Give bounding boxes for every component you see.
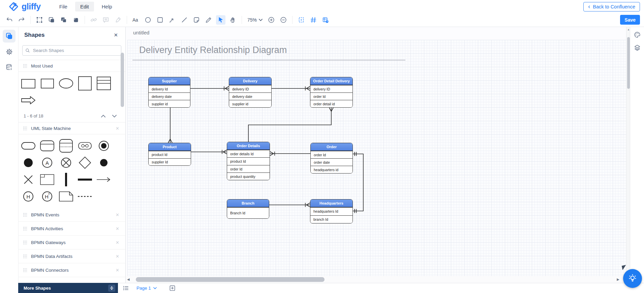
- shape-initial-state[interactable]: [20, 155, 36, 171]
- show-grid-icon[interactable]: [309, 15, 318, 25]
- shape-search[interactable]: [22, 45, 121, 56]
- rectangle-tool[interactable]: [155, 15, 165, 25]
- shape-action-state[interactable]: A: [39, 155, 55, 171]
- close-icon[interactable]: ✕: [112, 31, 119, 39]
- shape-concurrent-state[interactable]: [77, 138, 93, 154]
- save-button[interactable]: Save: [620, 15, 640, 25]
- shape-join-bar-horizontal[interactable]: [77, 171, 93, 188]
- section-uml-state-machine[interactable]: UML State Machine ✕: [18, 122, 125, 134]
- shape-join-bar-vertical[interactable]: [58, 171, 74, 188]
- paste-icon[interactable]: [59, 15, 68, 25]
- document-name[interactable]: untitled: [133, 30, 149, 35]
- shape-shallow-history[interactable]: H: [20, 188, 36, 205]
- close-icon[interactable]: ✕: [114, 125, 121, 132]
- gliffy-logo[interactable]: gliffy: [8, 1, 41, 12]
- help-tips-button[interactable]: [623, 269, 642, 288]
- shape-exit-point[interactable]: [58, 155, 74, 171]
- shape-cross[interactable]: [20, 171, 36, 188]
- shape-rectangle[interactable]: [39, 75, 55, 91]
- shape-category-bpmn-activities[interactable]: BPMN Activities✕: [18, 222, 125, 236]
- scroll-left-arrow[interactable]: ◀: [127, 277, 130, 281]
- more-shapes-button[interactable]: More Shapes: [18, 283, 118, 293]
- shape-final-state[interactable]: [96, 138, 112, 154]
- ellipse-tool[interactable]: [143, 15, 153, 25]
- diagram-canvas[interactable]: untitled Delivery Entity Relationship Di…: [126, 27, 626, 276]
- import-data-toggle[interactable]: [3, 61, 16, 74]
- entity-delivery[interactable]: Deliverydelivery IDdelivery datesupplier…: [229, 77, 272, 108]
- back-to-confluence-button[interactable]: ‹ Back to Confluence: [583, 2, 640, 11]
- close-icon[interactable]: ✕: [114, 239, 121, 246]
- shape-deep-history[interactable]: H*: [39, 188, 55, 205]
- shape-category-bpmn-connectors[interactable]: BPMN Connectors✕: [18, 263, 125, 277]
- shape-square-tall[interactable]: [77, 75, 93, 91]
- shape-state-with-title[interactable]: [39, 138, 55, 154]
- shape-ellipse[interactable]: [58, 75, 74, 91]
- shape-block-arrow[interactable]: [20, 92, 36, 108]
- shape-dashed-line[interactable]: [77, 188, 93, 205]
- close-icon[interactable]: ✕: [114, 225, 121, 232]
- close-icon[interactable]: ✕: [114, 212, 121, 218]
- copy-icon[interactable]: [47, 15, 56, 25]
- page-select[interactable]: Page 1: [136, 286, 157, 291]
- close-icon[interactable]: ✕: [114, 253, 121, 260]
- shape-state-compartments[interactable]: [58, 138, 74, 154]
- layers-button[interactable]: [632, 43, 642, 53]
- theme-palette-button[interactable]: [632, 30, 642, 40]
- menu-file[interactable]: File: [54, 2, 72, 11]
- duplicate-icon[interactable]: [71, 15, 81, 25]
- shape-category-bpmn-data-artifacts[interactable]: BPMN Data Artifacts✕: [18, 249, 125, 263]
- settings-panel-toggle[interactable]: [3, 45, 16, 58]
- horizontal-scrollbar[interactable]: ◀ ▶: [126, 276, 626, 283]
- entity-order-detail-delivery[interactable]: Order Detail Deliverydelivery IDorder Id…: [310, 77, 353, 108]
- shape-choice-diamond[interactable]: [77, 155, 93, 171]
- entity-supplier[interactable]: Supplierdelivery Iddelivery datesupplier…: [148, 77, 190, 108]
- page-down-chevron-icon[interactable]: [109, 112, 120, 119]
- undo-button[interactable]: [5, 15, 14, 25]
- entity-product[interactable]: Productproduct Idsupplier Id: [148, 143, 191, 166]
- entity-headquarters[interactable]: Headquartersheadquarters Idbranch Id: [310, 199, 353, 223]
- panel-scrollbar[interactable]: [121, 53, 124, 107]
- shape-state[interactable]: [20, 138, 36, 154]
- menu-edit[interactable]: Edit: [75, 2, 94, 11]
- diagram-title-text[interactable]: Delivery Entity Relationship Diagram: [139, 45, 287, 55]
- snap-to-shapes-icon[interactable]: [321, 15, 330, 25]
- shape-rectangle-wide[interactable]: [20, 75, 36, 91]
- snap-to-grid-icon[interactable]: [297, 15, 306, 25]
- horizontal-scroll-thumb[interactable]: [136, 277, 325, 282]
- zoom-level-select[interactable]: 75%: [247, 17, 263, 23]
- text-tool[interactable]: Aa: [131, 15, 141, 25]
- line-tool[interactable]: [180, 15, 189, 25]
- note-tool[interactable]: [192, 15, 201, 25]
- scroll-right-arrow[interactable]: ▶: [617, 277, 619, 281]
- shape-category-bpmn-events[interactable]: BPMN Events✕: [18, 208, 125, 222]
- entity-branch[interactable]: BranchBranch Id: [227, 199, 269, 219]
- group-select-icon[interactable]: [35, 15, 44, 25]
- shape-category-bpmn-gateways[interactable]: BPMN Gateways✕: [18, 236, 125, 249]
- vertical-scroll-thumb[interactable]: [627, 37, 630, 89]
- menu-help[interactable]: Help: [97, 2, 117, 11]
- pointer-tool[interactable]: [216, 15, 225, 25]
- page-list-icon[interactable]: [123, 285, 129, 291]
- pencil-tool[interactable]: [204, 15, 213, 25]
- entity-order[interactable]: Orderorder Idorder dateheadquarters id: [310, 143, 353, 174]
- zoom-in-button[interactable]: [267, 15, 276, 25]
- shapes-panel-toggle[interactable]: [3, 30, 16, 43]
- shape-arrow-line[interactable]: [96, 171, 112, 188]
- scroll-up-arrow[interactable]: ▲: [627, 28, 630, 31]
- redo-button[interactable]: [17, 15, 26, 25]
- shape-terminate-dot[interactable]: [96, 155, 112, 171]
- shape-note[interactable]: [58, 188, 74, 205]
- format-painter-icon[interactable]: [113, 15, 123, 25]
- page-up-chevron-icon[interactable]: [98, 112, 109, 119]
- entity-order-details[interactable]: Order Detailsorder details Idproduct Ido…: [227, 142, 270, 180]
- shape-table-entity[interactable]: [96, 75, 112, 91]
- close-icon[interactable]: ✕: [114, 267, 121, 273]
- link-icon[interactable]: [89, 15, 98, 25]
- search-input[interactable]: [32, 48, 118, 53]
- section-most-used[interactable]: Most Used: [18, 60, 125, 72]
- add-page-button[interactable]: [170, 285, 175, 291]
- shape-frame[interactable]: [39, 171, 55, 188]
- zoom-out-button[interactable]: [279, 15, 288, 25]
- comment-icon[interactable]: [101, 15, 111, 25]
- pan-hand-tool[interactable]: [228, 15, 238, 25]
